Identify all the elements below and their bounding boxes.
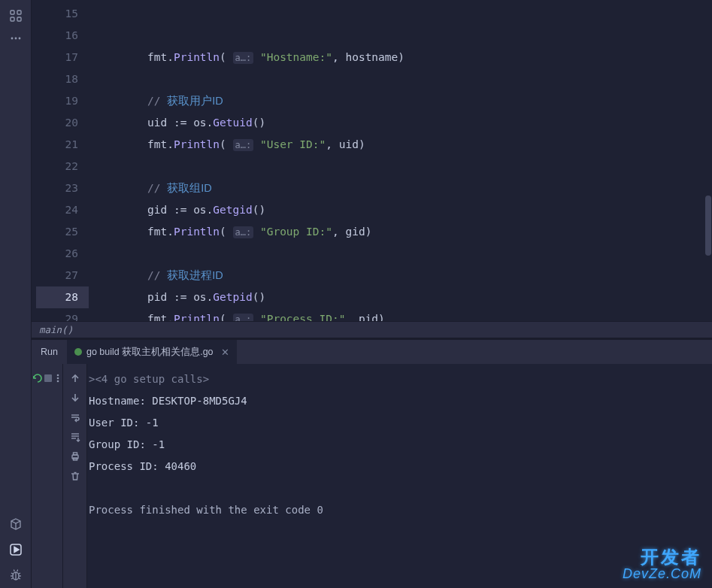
run-toolbar-2: [63, 364, 87, 588]
up-icon[interactable]: [66, 368, 84, 388]
left-toolbar: [0, 0, 32, 588]
gutter-markers: [32, 0, 36, 321]
line-number: 19: [36, 90, 89, 112]
svg-point-4: [11, 38, 13, 40]
output-line: Hostname: DESKTOP-8MD5GJ4: [89, 390, 710, 412]
run-toolbar: [32, 364, 63, 588]
line-number: 16: [36, 25, 89, 47]
code-line[interactable]: gid := os.Getgid(): [93, 199, 712, 221]
line-number: 28: [36, 286, 89, 308]
down-icon[interactable]: [66, 388, 84, 408]
run-output[interactable]: ><4 go setup calls>Hostname: DESKTOP-8MD…: [87, 364, 712, 588]
line-numbers: 151617181920212223242526272829: [36, 0, 89, 321]
svg-rect-3: [17, 17, 21, 21]
svg-line-15: [11, 573, 14, 574]
run-tab-label: go build 获取主机相关信息.go: [86, 346, 214, 359]
trash-icon[interactable]: [66, 466, 84, 486]
line-number: 17: [36, 47, 89, 68]
output-line: ><4 go setup calls>: [89, 368, 710, 390]
line-number: 24: [36, 199, 89, 221]
code-line[interactable]: [93, 243, 712, 265]
line-number: 18: [36, 68, 89, 90]
svg-rect-19: [44, 374, 52, 382]
line-number: 15: [36, 3, 89, 25]
line-number: 20: [36, 112, 89, 134]
line-number: 22: [36, 156, 89, 177]
run-panel-label[interactable]: Run: [32, 340, 67, 364]
go-file-icon: [74, 348, 82, 356]
svg-point-6: [18, 38, 20, 40]
rerun-icon[interactable]: [32, 368, 44, 388]
code-line[interactable]: [93, 156, 712, 177]
bug-icon[interactable]: [1, 562, 31, 588]
output-line: Process finished with the exit code 0: [89, 499, 710, 521]
svg-point-20: [56, 374, 59, 377]
more-vertical-icon[interactable]: [53, 368, 63, 388]
line-number: 25: [36, 221, 89, 243]
svg-rect-31: [73, 453, 77, 455]
svg-rect-0: [11, 11, 14, 14]
breadcrumb[interactable]: main(): [32, 321, 712, 338]
svg-point-21: [56, 377, 59, 380]
code-content[interactable]: fmt.Println( a…: "Hostname:", hostname)/…: [89, 0, 712, 321]
line-number: 29: [36, 308, 89, 321]
print-icon[interactable]: [66, 447, 84, 466]
output-line: Process ID: 40460: [89, 456, 710, 477]
more-icon[interactable]: [1, 27, 31, 50]
code-line[interactable]: [93, 68, 712, 90]
code-line[interactable]: uid := os.Getuid(): [93, 112, 712, 134]
run-tab[interactable]: go build 获取主机相关信息.go ✕: [67, 340, 238, 364]
code-line[interactable]: fmt.Println( a…: "Process ID:", pid): [93, 308, 712, 321]
svg-rect-2: [11, 17, 14, 21]
param-hint: a…:: [233, 226, 254, 238]
stop-icon[interactable]: [44, 368, 53, 388]
play-icon[interactable]: [1, 537, 31, 562]
svg-point-5: [14, 38, 17, 40]
svg-line-16: [18, 573, 20, 574]
param-hint: a…:: [233, 52, 254, 64]
code-line[interactable]: pid := os.Getpid(): [93, 286, 712, 308]
line-number: 27: [36, 265, 89, 286]
code-editor[interactable]: 151617181920212223242526272829 fmt.Print…: [32, 0, 712, 338]
svg-line-18: [18, 578, 20, 580]
scroll-icon[interactable]: [66, 427, 84, 447]
param-hint: a…:: [233, 314, 254, 321]
output-line: Group ID: -1: [89, 434, 710, 456]
editor-scrollbar[interactable]: [704, 0, 712, 321]
line-number: 21: [36, 134, 89, 156]
close-icon[interactable]: ✕: [221, 347, 229, 358]
code-line[interactable]: // 获取进程ID: [93, 265, 712, 286]
code-line[interactable]: fmt.Println( a…: "Group ID:", gid): [93, 221, 712, 243]
code-line[interactable]: // 获取组ID: [93, 177, 712, 199]
svg-rect-1: [17, 11, 21, 14]
svg-line-17: [11, 578, 14, 580]
code-line[interactable]: fmt.Println( a…: "User ID:", uid): [93, 134, 712, 156]
wrap-icon[interactable]: [66, 408, 84, 427]
grid-icon[interactable]: [1, 5, 31, 27]
svg-point-22: [56, 380, 59, 383]
svg-marker-10: [14, 547, 19, 553]
code-line[interactable]: // 获取用户ID: [93, 90, 712, 112]
code-line[interactable]: fmt.Println( a…: "Hostname:", hostname): [93, 47, 712, 68]
line-number: 23: [36, 177, 89, 199]
line-number: 26: [36, 243, 89, 265]
run-tool-window: Run go build 获取主机相关信息.go ✕: [32, 338, 712, 588]
output-line: [89, 477, 710, 499]
param-hint: a…:: [233, 139, 254, 151]
output-line: User ID: -1: [89, 412, 710, 434]
db-icon[interactable]: [1, 511, 31, 537]
